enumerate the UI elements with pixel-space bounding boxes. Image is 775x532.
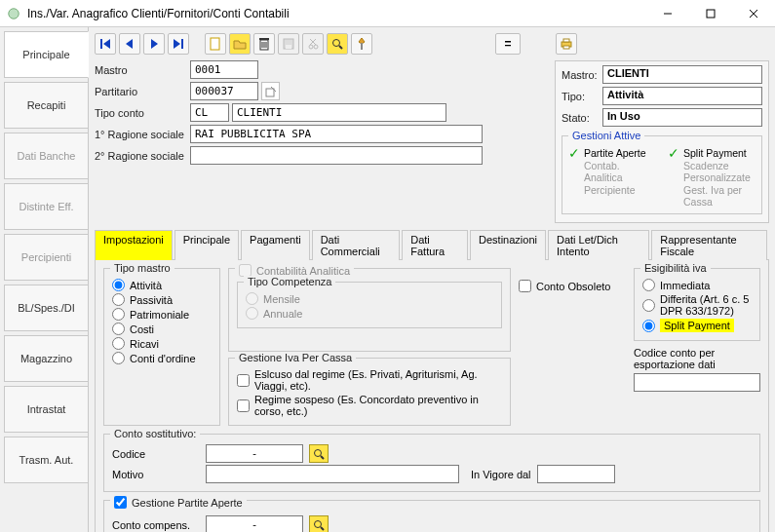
gest-partite-aperte: ✓Partite Aperte (568, 147, 656, 159)
ivacassa-escluso[interactable]: Eslcuso dal regime (Es. Privati, Agritur… (237, 368, 502, 392)
close-button[interactable] (732, 0, 775, 26)
gpart-check[interactable]: Gestione Partite Aperte (114, 496, 243, 509)
tab-let-dich-intento[interactable]: Dati Let/Dich Intento (548, 230, 649, 260)
tab-destinazioni[interactable]: Destinazioni (470, 230, 546, 260)
esig-split-payment[interactable]: Split Payment (642, 319, 752, 332)
ivacassa-sospeso[interactable]: Regime sospeso (Es. Concordato preventiv… (237, 394, 502, 417)
tab-rappresentante-fiscale[interactable]: Rappresentante Fiscale (651, 230, 767, 260)
motivo-input[interactable] (206, 465, 459, 483)
conto-obsoleto-check[interactable]: Conto Obsoleto (519, 280, 626, 292)
svg-line-24 (339, 46, 342, 49)
maximize-button[interactable] (689, 0, 732, 26)
svg-point-20 (314, 45, 318, 49)
sidetab-distinte-eff[interactable]: Distinte Eff. (4, 183, 88, 230)
nav-last-button[interactable] (168, 33, 189, 55)
tipomastro-conti-ordine[interactable]: Conti d'ordine (112, 352, 212, 364)
side-tabs: Principale Recapiti Dati Banche Distinte… (0, 27, 89, 532)
codice-label: Codice (112, 448, 200, 460)
tipomastro-attivita[interactable]: Attività (112, 279, 212, 291)
app-icon (6, 6, 21, 21)
vigore-input[interactable] (537, 465, 615, 483)
tipomastro-patrimoniale[interactable]: Patrimoniale (112, 308, 212, 321)
mastro-label: Mastro (95, 64, 190, 76)
sum-tipo-label: Tipo: (562, 91, 602, 102)
tipomastro-passivita[interactable]: Passività (112, 293, 212, 306)
svg-marker-6 (103, 39, 110, 49)
sidetab-intrastat[interactable]: Intrastat (4, 386, 88, 433)
svg-line-34 (321, 527, 324, 530)
tipocomp-title: Tipo Competenza (244, 276, 335, 287)
esig-immediata[interactable]: Immediata (642, 279, 752, 291)
esig-differita[interactable]: Differita (Art. 6 c. 5 DPR 633/1972) (642, 293, 752, 317)
svg-marker-8 (151, 39, 158, 49)
sum-mastro-label: Mastro: (562, 69, 602, 81)
gest-percipiente: ✓Percipiente (568, 184, 656, 196)
codice-lookup-button[interactable] (309, 444, 329, 463)
save-button[interactable] (278, 33, 299, 55)
svg-rect-29 (266, 89, 274, 96)
esig-title: Esigibilità iva (640, 262, 711, 274)
subtabs: Impostazioni Principale Pagamenti Dati C… (95, 229, 769, 260)
compens-label: Conto compens. (112, 519, 200, 531)
print-button[interactable] (556, 33, 577, 55)
svg-rect-18 (286, 45, 291, 49)
sum-stato-value: In Uso (602, 108, 762, 127)
rag1-label: 1° Ragione sociale (95, 129, 190, 140)
rag2-label: 2° Ragione sociale (95, 150, 190, 162)
sum-stato-label: Stato: (562, 112, 602, 124)
svg-rect-11 (211, 38, 219, 50)
nav-prev-button[interactable] (119, 33, 140, 55)
partitario-lookup-button[interactable] (261, 82, 280, 100)
sidetab-magazzino[interactable]: Magazzino (4, 335, 88, 382)
tab-dati-commerciali[interactable]: Dati Commerciali (312, 230, 401, 260)
new-button[interactable] (205, 33, 226, 55)
compens-lookup-button[interactable] (309, 515, 329, 532)
search-button[interactable] (327, 33, 348, 55)
svg-rect-2 (707, 10, 715, 18)
sidetab-principale[interactable]: Principale (4, 31, 89, 78)
cut-button[interactable] (302, 33, 324, 55)
tab-impostazioni[interactable]: Impostazioni (95, 230, 173, 260)
nav-first-button[interactable] (95, 33, 116, 55)
tipoconto-code-input[interactable] (190, 103, 229, 122)
svg-rect-16 (259, 38, 269, 40)
svg-rect-27 (563, 39, 569, 42)
svg-rect-25 (361, 43, 363, 50)
svg-point-19 (309, 45, 313, 49)
mastro-input[interactable] (190, 60, 258, 79)
delete-button[interactable] (253, 33, 275, 55)
partitario-input[interactable] (190, 82, 258, 100)
sidetab-bl-spes-di[interactable]: BL/Spes./DI (4, 285, 88, 331)
export-label: Codice conto per esportazione dati (634, 347, 760, 370)
open-button[interactable] (229, 33, 251, 55)
sidetab-recapiti[interactable]: Recapiti (4, 82, 88, 129)
rag1-input[interactable] (190, 125, 483, 143)
tipomastro-costi[interactable]: Costi (112, 323, 212, 335)
tipomastro-title: Tipo mastro (110, 262, 174, 274)
sidetab-percipienti[interactable]: Percipienti (4, 234, 88, 281)
tipoconto-desc-input[interactable] (232, 103, 446, 122)
ivacassa-title: Gestione Iva Per Cassa (235, 352, 356, 363)
minimize-button[interactable] (646, 0, 689, 26)
svg-line-32 (321, 456, 324, 459)
equals-button[interactable]: = (495, 33, 521, 55)
window-title: Ins./Var. Anagrafico Clienti/Fornitori/C… (27, 7, 646, 20)
nav-next-button[interactable] (143, 33, 165, 55)
tipomastro-ricavi[interactable]: Ricavi (112, 337, 212, 350)
tool-button[interactable] (351, 33, 372, 55)
codice-input[interactable] (206, 444, 303, 463)
sidetab-dati-banche[interactable]: Dati Banche (4, 133, 88, 179)
compens-input[interactable] (206, 515, 303, 532)
sidetab-trasm-aut[interactable]: Trasm. Aut. (4, 437, 88, 483)
check-icon: ✓ (668, 148, 679, 158)
tab-dati-fattura[interactable]: Dati Fattura (402, 230, 468, 260)
svg-point-23 (333, 40, 340, 47)
svg-rect-10 (181, 39, 183, 49)
tipoconto-label: Tipo conto (95, 107, 190, 119)
svg-point-0 (9, 8, 19, 19)
svg-rect-28 (563, 46, 569, 49)
rag2-input[interactable] (190, 146, 483, 165)
export-code-input[interactable] (634, 373, 760, 392)
tab-principale[interactable]: Principale (174, 230, 239, 260)
tab-pagamenti[interactable]: Pagamenti (241, 230, 310, 260)
